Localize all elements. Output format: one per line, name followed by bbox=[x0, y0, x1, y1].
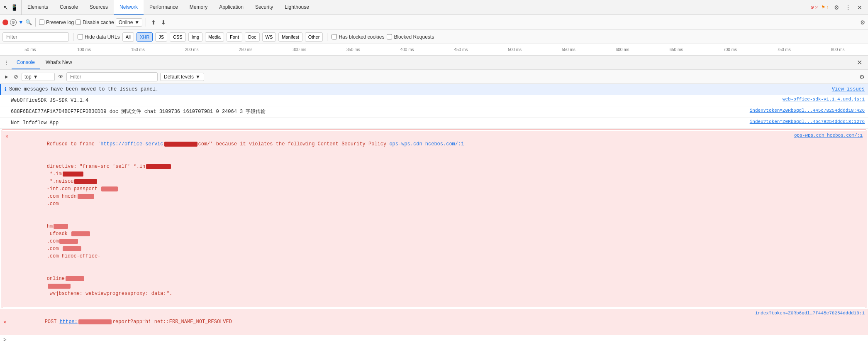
preserve-log-checkbox[interactable] bbox=[39, 20, 44, 25]
filter-doc-btn[interactable]: Doc bbox=[245, 32, 260, 42]
redact-8 bbox=[71, 231, 90, 236]
console-close-button[interactable]: ✕ bbox=[853, 59, 866, 66]
filter-font-btn[interactable]: Font bbox=[227, 32, 242, 42]
msg-post-source[interactable]: index?token=Z0Rb6qdl…7f445c78254dddd18:1 bbox=[755, 311, 865, 316]
msg-infoflow-source[interactable]: index?token=Z0Rb6qdl...45c78254dddd18:12… bbox=[750, 119, 865, 124]
console-msg-csp: ✕ Refused to frame 'https://office-servi… bbox=[2, 131, 866, 307]
console-msg-infoflow: Not Infoflow App index?token=Z0Rb6qdl...… bbox=[0, 118, 868, 129]
tick-800: 800 ms bbox=[811, 47, 865, 52]
play-icon[interactable]: ▶ bbox=[3, 74, 10, 80]
redact-12 bbox=[48, 284, 71, 289]
blocked-requests-checkbox[interactable] bbox=[387, 34, 392, 39]
context-chevron-icon: ▼ bbox=[33, 74, 38, 80]
filter-icon[interactable]: ▼ bbox=[18, 19, 24, 25]
filter-media-btn[interactable]: Media bbox=[205, 32, 224, 42]
devtools-tab-icons: ↖ 📱 bbox=[0, 0, 22, 15]
tab-network[interactable]: Network bbox=[114, 0, 144, 15]
tick-750: 750 ms bbox=[757, 47, 811, 52]
console-area: ⋮ Console What's New ✕ ▶ ⊘ top ▼ 👁 Defau… bbox=[0, 56, 868, 363]
tick-650: 650 ms bbox=[649, 47, 703, 52]
csp-link[interactable]: https://office-servic bbox=[100, 141, 163, 147]
tick-150: 150 ms bbox=[111, 47, 165, 52]
devtools-window: ↖ 📱 Elements Console Sources Network Per… bbox=[0, 0, 868, 363]
filter-manifest-btn[interactable]: Manifest bbox=[278, 32, 302, 42]
close-button[interactable]: ✕ bbox=[856, 3, 864, 12]
eye-icon[interactable]: 👁 bbox=[57, 74, 64, 80]
tab-console-panel[interactable]: Console bbox=[12, 56, 40, 69]
redact-10 bbox=[63, 246, 81, 251]
network-filter-row: Hide data URLs All XHR JS CSS Img Media … bbox=[0, 30, 868, 44]
redact-4 bbox=[74, 179, 97, 184]
tab-sources[interactable]: Sources bbox=[84, 0, 114, 15]
device-icon[interactable]: 📱 bbox=[11, 4, 18, 11]
redact-3 bbox=[63, 172, 83, 177]
context-select[interactable]: top ▼ bbox=[22, 73, 55, 81]
redact-6 bbox=[78, 194, 94, 199]
console-settings-button[interactable]: ⚙ bbox=[859, 74, 865, 80]
view-issues-link[interactable]: View issues bbox=[832, 86, 865, 92]
settings-button[interactable]: ⚙ bbox=[832, 3, 841, 12]
more-button[interactable]: ⋮ bbox=[844, 3, 852, 12]
hide-data-urls-checkbox[interactable] bbox=[78, 34, 83, 39]
separator-2 bbox=[146, 18, 146, 27]
has-blocked-cookies-checkbox[interactable] bbox=[332, 34, 337, 39]
filter-all-btn[interactable]: All bbox=[122, 32, 134, 42]
hide-data-urls-label[interactable]: Hide data URLs bbox=[78, 34, 120, 40]
console-filter-input[interactable] bbox=[66, 72, 158, 81]
record-button[interactable] bbox=[2, 20, 8, 25]
tab-right-actions: ⊗ 2 ⚑ 1 ⚙ ⋮ ✕ bbox=[810, 0, 868, 15]
csp-ops-link[interactable]: ops-wps.cdn bbox=[389, 141, 422, 147]
filter-img-btn[interactable]: Img bbox=[188, 32, 202, 42]
tab-elements[interactable]: Elements bbox=[22, 0, 54, 15]
levels-chevron-icon: ▼ bbox=[195, 74, 200, 80]
network-settings-button[interactable]: ⚙ bbox=[860, 19, 866, 26]
search-icon[interactable]: 🔍 bbox=[25, 19, 32, 25]
console-prompt-row: > bbox=[0, 335, 868, 345]
console-toolbar: ▶ ⊘ top ▼ 👁 Default levels ▼ ⚙ bbox=[0, 70, 868, 84]
blocked-requests-label[interactable]: Blocked Requests bbox=[387, 34, 434, 40]
clear-button[interactable]: ⊘ bbox=[10, 19, 17, 26]
tab-application[interactable]: Application bbox=[213, 0, 249, 15]
filter-other-btn[interactable]: Other bbox=[305, 32, 323, 42]
tab-memory[interactable]: Memory bbox=[184, 0, 213, 15]
msg-issues-text: Some messages have been moved to the Iss… bbox=[9, 86, 158, 93]
filter-xhr-btn[interactable]: XHR bbox=[137, 32, 153, 42]
tab-console[interactable]: Console bbox=[54, 0, 84, 15]
separator-3 bbox=[73, 33, 73, 41]
timeline-row: 50 ms 100 ms 150 ms 200 ms 250 ms 300 ms… bbox=[0, 44, 868, 56]
msg-csp-source[interactable]: ops-wps.cdn hcebos.com/:1 bbox=[794, 133, 863, 138]
levels-select[interactable]: Default levels ▼ bbox=[160, 73, 204, 81]
tab-performance[interactable]: Performance bbox=[144, 0, 184, 15]
disable-cache-checkbox[interactable] bbox=[76, 20, 81, 25]
info-icon-issues: ℹ bbox=[5, 86, 7, 93]
filter-js-btn[interactable]: JS bbox=[155, 32, 167, 42]
redact-2 bbox=[146, 164, 171, 169]
filter-css-btn[interactable]: CSS bbox=[170, 32, 186, 42]
tick-300: 300 ms bbox=[273, 47, 327, 52]
disable-cache-label[interactable]: Disable cache bbox=[76, 20, 114, 25]
msg-sdk-source[interactable]: web-office-sdk-v1.1.4.umd.js:1 bbox=[783, 97, 865, 102]
download-button[interactable]: ⬇ bbox=[159, 18, 168, 27]
csp-hcebos-link[interactable]: hcebos.com/:1 bbox=[425, 141, 464, 147]
console-msg-sdk: WebOfficeSDK JS-SDK V1.1.4 web-office-sd… bbox=[0, 95, 868, 106]
post-url-link[interactable]: https: bbox=[60, 319, 78, 325]
msg-doc-source[interactable]: index?token=Z0Rb6qdl...445c78254dddd18:4… bbox=[750, 108, 865, 113]
network-throttle-select[interactable]: Online ▼ bbox=[116, 18, 143, 27]
prompt-caret-icon[interactable]: > bbox=[3, 337, 7, 343]
tab-lighthouse[interactable]: Lighthouse bbox=[279, 0, 315, 15]
filter-ws-btn[interactable]: WS bbox=[262, 32, 276, 42]
msg-post-text: POST https:report?app=hi net::ERR_NAME_N… bbox=[9, 311, 232, 333]
redact-5 bbox=[101, 186, 118, 191]
cursor-icon[interactable]: ↖ bbox=[3, 4, 8, 11]
console-menu-icon[interactable]: ⋮ bbox=[2, 59, 11, 67]
tab-whats-new[interactable]: What's New bbox=[41, 56, 77, 69]
clear-console-button[interactable]: ⊘ bbox=[12, 74, 19, 80]
network-filter-input[interactable] bbox=[2, 32, 69, 42]
preserve-log-label[interactable]: Preserve log bbox=[39, 20, 74, 25]
post-error-code: net::ERR_NAME_NOT_RESOLVED bbox=[154, 319, 232, 325]
has-blocked-cookies-label[interactable]: Has blocked cookies bbox=[332, 34, 384, 40]
tab-security[interactable]: Security bbox=[249, 0, 279, 15]
upload-button[interactable]: ⬆ bbox=[149, 18, 158, 27]
network-toolbar: ⊘ ▼ 🔍 Preserve log Disable cache Online … bbox=[0, 15, 868, 30]
tick-200: 200 ms bbox=[165, 47, 219, 52]
